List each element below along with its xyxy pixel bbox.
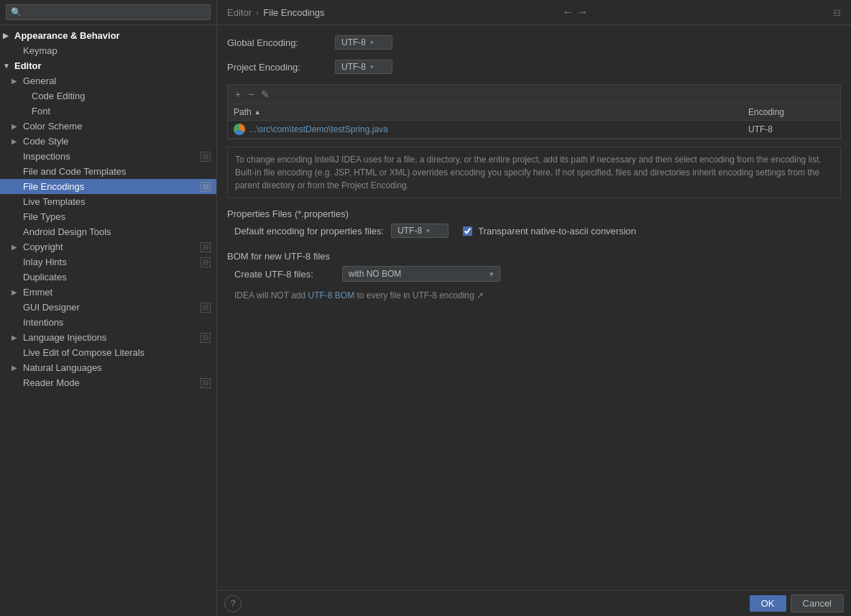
properties-section-inner: Default encoding for properties files: U…	[227, 224, 841, 241]
create-utf8-dropdown[interactable]: with NO BOM ▾	[342, 266, 500, 282]
spacer-icon	[12, 152, 20, 160]
col-path-header[interactable]: Path	[234, 107, 748, 117]
default-encoding-label: Default encoding for properties files:	[234, 226, 384, 236]
nav-back-button[interactable]: ←	[562, 6, 574, 19]
table-toolbar: + − ✎	[228, 85, 840, 104]
sidebar-tree: ▶ Appearance & Behavior Keymap ▼ Editor …	[0, 25, 216, 616]
search-box	[0, 0, 216, 25]
add-path-button[interactable]: +	[232, 88, 244, 101]
properties-section: Properties Files (*.properties) Default …	[227, 206, 841, 241]
sidebar-item-gui-designer[interactable]: GUI Designer ⊟	[0, 300, 216, 315]
spacer-icon	[12, 213, 20, 221]
content-header: Editor › File Encodings ← → ⊟	[217, 0, 851, 25]
spacer-icon	[12, 258, 20, 266]
sidebar-item-code-editing[interactable]: Code Editing	[0, 88, 216, 104]
nav-arrows: ← →	[562, 6, 588, 19]
spacer-icon	[20, 92, 29, 100]
cancel-button[interactable]: Cancel	[791, 594, 844, 612]
sidebar-item-reader-mode[interactable]: Reader Mode ⊟	[0, 375, 216, 390]
sidebar-item-language-injections[interactable]: ▶ Language Injections ⊟	[0, 330, 216, 345]
spacer-icon	[12, 349, 20, 357]
sidebar-item-live-templates[interactable]: Live Templates	[0, 194, 216, 209]
bom-info-row: IDEA will NOT add UTF-8 BOM to every fil…	[234, 290, 841, 300]
bom-info-link[interactable]: UTF-8 BOM	[308, 290, 354, 300]
project-encoding-row: Project Encoding: UTF-8 ▾	[227, 60, 841, 74]
arrow-icon: ▶	[12, 77, 20, 85]
spacer-icon	[12, 47, 20, 55]
sidebar-item-inlay-hints[interactable]: Inlay Hints ⊟	[0, 254, 216, 270]
content-body: Global Encoding: UTF-8 ▾ Project Encodin…	[217, 25, 851, 590]
spacer-icon	[12, 379, 20, 387]
sidebar-item-duplicates[interactable]: Duplicates	[0, 270, 216, 285]
help-button[interactable]: ?	[224, 595, 242, 612]
settings-icon: ⊟	[201, 257, 211, 267]
chevron-down-icon: ▾	[489, 270, 494, 279]
ok-button[interactable]: OK	[750, 595, 786, 612]
sidebar-item-file-code-templates[interactable]: File and Code Templates	[0, 164, 216, 179]
arrow-icon: ▶	[12, 243, 20, 251]
spacer-icon	[12, 167, 20, 175]
sidebar-item-inspections[interactable]: Inspections ⊟	[0, 149, 216, 164]
default-encoding-row: Default encoding for properties files: U…	[234, 224, 841, 238]
spacer-icon	[20, 107, 29, 115]
sidebar-item-keymap[interactable]: Keymap	[0, 43, 216, 58]
sidebar-item-file-types[interactable]: File Types	[0, 209, 216, 224]
table-header: Path Encoding	[228, 104, 840, 121]
sidebar-item-file-encodings[interactable]: File Encodings ⊟	[0, 179, 216, 194]
create-utf8-value: with NO BOM	[349, 269, 401, 279]
file-encoding: UTF-8	[748, 124, 834, 134]
spacer-icon	[12, 318, 20, 326]
info-text: To change encoding IntelliJ IDEA uses fo…	[235, 155, 822, 190]
project-encoding-label: Project Encoding:	[227, 62, 328, 73]
default-encoding-dropdown[interactable]: UTF-8 ▾	[391, 224, 448, 238]
sidebar-item-editor[interactable]: ▼ Editor	[0, 58, 216, 73]
settings-icon: ⊟	[201, 303, 211, 313]
arrow-icon: ▶	[12, 364, 20, 372]
settings-icon: ⊟	[201, 182, 211, 192]
arrow-icon: ▶	[12, 137, 20, 145]
arrow-icon: ▶	[12, 334, 20, 341]
sidebar-item-appearance-behavior[interactable]: ▶ Appearance & Behavior	[0, 28, 216, 43]
sidebar-item-font[interactable]: Font	[0, 104, 216, 119]
info-box: To change encoding IntelliJ IDEA uses fo…	[227, 147, 841, 198]
transparent-checkbox[interactable]	[463, 226, 472, 236]
project-encoding-value: UTF-8	[341, 62, 366, 72]
sidebar-item-copyright[interactable]: ▶ Copyright ⊟	[0, 239, 216, 254]
global-encoding-dropdown[interactable]: UTF-8 ▾	[335, 35, 392, 50]
nav-forward-button[interactable]: →	[576, 6, 588, 19]
content-area: Editor › File Encodings ← → ⊟ Global Enc…	[217, 0, 851, 616]
arrow-icon: ▶	[3, 32, 12, 40]
table-row[interactable]: ...\src\com\testDemo\testSpring.java UTF…	[228, 121, 840, 139]
path-encoding-table: + − ✎ Path Encoding ...\src\com\testDemo…	[227, 84, 841, 139]
transparent-checkbox-row: Transparent native-to-ascii conversion	[463, 226, 636, 236]
sidebar-item-code-style[interactable]: ▶ Code Style	[0, 134, 216, 149]
global-encoding-row: Global Encoding: UTF-8 ▾	[227, 35, 841, 50]
settings-icon: ⊟	[201, 152, 211, 162]
bom-section-inner: Create UTF-8 files: with NO BOM ▾ IDEA w…	[227, 266, 841, 300]
remove-path-button[interactable]: −	[245, 88, 257, 101]
pin-icon[interactable]: ⊟	[833, 7, 841, 18]
sidebar-item-emmet[interactable]: ▶ Emmet	[0, 285, 216, 300]
sidebar-item-color-scheme[interactable]: ▶ Color Scheme	[0, 119, 216, 134]
spacer-icon	[12, 183, 20, 190]
create-utf8-row: Create UTF-8 files: with NO BOM ▾	[234, 266, 841, 282]
file-icon	[234, 124, 245, 135]
settings-icon: ⊟	[201, 333, 211, 343]
search-input[interactable]	[6, 4, 211, 20]
sidebar-item-android-design-tools[interactable]: Android Design Tools	[0, 224, 216, 239]
edit-path-button[interactable]: ✎	[258, 88, 272, 101]
properties-section-title: Properties Files (*.properties)	[227, 208, 841, 219]
spacer-icon	[12, 273, 20, 281]
bom-section-title: BOM for new UTF-8 files	[227, 251, 841, 262]
transparent-label: Transparent native-to-ascii conversion	[478, 226, 636, 236]
project-encoding-dropdown[interactable]: UTF-8 ▾	[335, 60, 392, 74]
sidebar-item-natural-languages[interactable]: ▶ Natural Languages	[0, 360, 216, 375]
bom-section: BOM for new UTF-8 files Create UTF-8 fil…	[227, 248, 841, 300]
file-path: ...\src\com\testDemo\testSpring.java	[249, 124, 748, 134]
bom-info-prefix: IDEA will NOT add	[234, 290, 308, 300]
col-encoding-header[interactable]: Encoding	[748, 107, 834, 117]
sidebar-item-general[interactable]: ▶ General	[0, 73, 216, 88]
sidebar-item-live-edit-compose[interactable]: Live Edit of Compose Literals	[0, 345, 216, 360]
arrow-icon: ▶	[12, 288, 20, 296]
sidebar-item-intentions[interactable]: Intentions	[0, 315, 216, 330]
